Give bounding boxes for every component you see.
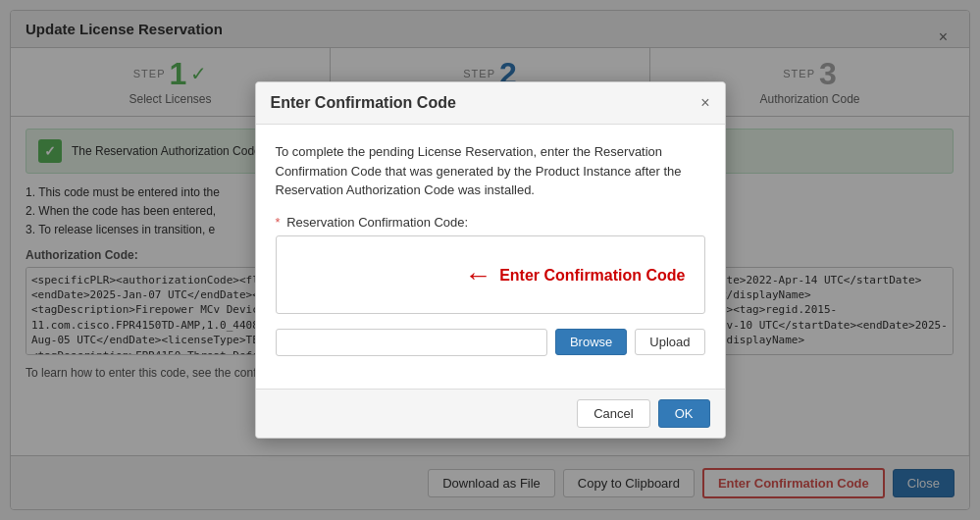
modal-overlay: Enter Confirmation Code × To complete th… xyxy=(0,0,980,520)
modal-header: Enter Confirmation Code × xyxy=(256,82,725,125)
file-row: Browse Upload xyxy=(276,329,705,356)
required-star: * xyxy=(276,215,281,230)
file-path-input[interactable] xyxy=(276,329,547,356)
browse-button[interactable]: Browse xyxy=(555,329,627,355)
confirmation-code-modal: Enter Confirmation Code × To complete th… xyxy=(255,81,726,439)
textarea-wrapper: ← Enter Confirmation Code xyxy=(276,235,705,317)
upload-button[interactable]: Upload xyxy=(635,329,704,355)
field-label: * Reservation Confirmation Code: xyxy=(276,215,705,230)
field-label-text: Reservation Confirmation Code: xyxy=(286,215,468,230)
ok-button[interactable]: OK xyxy=(658,399,710,428)
modal-footer: Cancel OK xyxy=(256,389,725,438)
confirmation-code-textarea[interactable] xyxy=(276,235,705,314)
modal-body: To complete the pending License Reservat… xyxy=(256,125,725,389)
cancel-button[interactable]: Cancel xyxy=(577,399,649,428)
modal-title: Enter Confirmation Code xyxy=(271,94,456,112)
modal-close-button[interactable]: × xyxy=(700,95,709,111)
modal-description: To complete the pending License Reservat… xyxy=(276,142,705,200)
main-panel: Update License Reservation × STEP 1 ✓ Se… xyxy=(0,0,980,520)
